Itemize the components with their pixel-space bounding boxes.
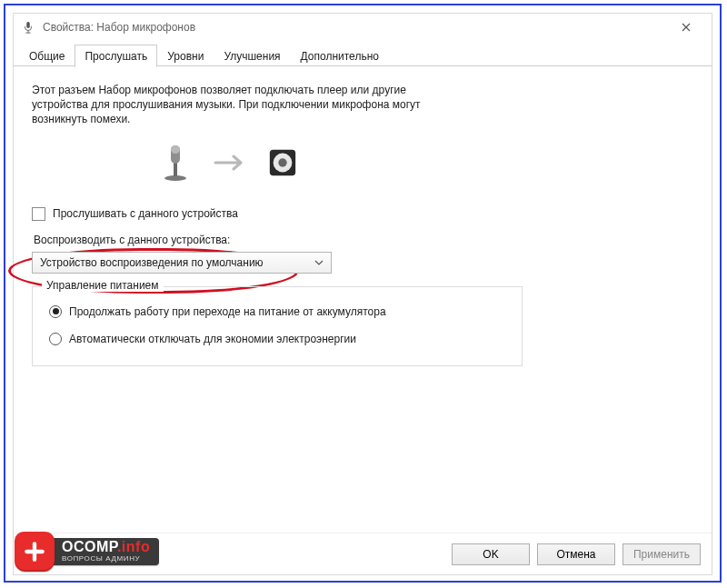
speaker-device-icon <box>266 144 299 182</box>
tab-label: Дополнительно <box>301 50 379 63</box>
close-button[interactable] <box>668 14 704 41</box>
power-radio-disable[interactable] <box>49 333 62 345</box>
watermark-logo: OCOMP.info ВОПРОСЫ АДМИНУ <box>15 532 159 572</box>
logo-name: OCOMP <box>62 539 117 554</box>
svg-point-9 <box>278 158 286 166</box>
tab-advanced[interactable]: Дополнительно <box>291 45 389 66</box>
tab-general[interactable]: Общие <box>19 45 75 66</box>
microphone-titlebar-icon <box>21 20 35 35</box>
tab-label: Общие <box>29 50 65 63</box>
power-management-group: Управление питанием Продолжать работу пр… <box>32 286 523 366</box>
svg-rect-0 <box>26 22 30 28</box>
listen-checkbox-row: Прослушивать с данного устройства <box>32 207 693 221</box>
tab-label: Уровни <box>167 50 204 63</box>
listen-checkbox-label: Прослушивать с данного устройства <box>53 207 238 220</box>
plus-shield-icon <box>15 532 55 572</box>
svg-rect-4 <box>174 162 177 176</box>
properties-dialog: Свойства: Набор микрофонов Общие Прослуш… <box>13 13 712 575</box>
tab-listen[interactable]: Прослушать <box>75 45 157 67</box>
apply-button[interactable]: Применить <box>622 543 701 565</box>
svg-rect-6 <box>171 145 180 154</box>
combobox-value: Устройство воспроизведения по умолчанию <box>40 256 264 269</box>
button-label: Отмена <box>556 548 595 561</box>
playthrough-device-combobox[interactable]: Устройство воспроизведения по умолчанию <box>32 252 332 274</box>
power-option-continue-row: Продолжать работу при переходе на питани… <box>49 305 509 318</box>
tab-enhancements[interactable]: Улучшения <box>214 45 290 66</box>
button-label: Применить <box>633 548 690 561</box>
arrow-right-icon <box>214 154 244 172</box>
power-option-disable-row: Автоматически отключать для экономии эле… <box>49 333 509 345</box>
power-radio-continue[interactable] <box>49 305 62 318</box>
power-radio-label: Продолжать работу при переходе на питани… <box>69 305 386 318</box>
logo-tagline: ВОПРОСЫ АДМИНУ <box>62 555 150 563</box>
group-legend: Управление питанием <box>42 279 164 292</box>
power-radio-label: Автоматически отключать для экономии эле… <box>69 333 356 345</box>
window-title: Свойства: Набор микрофонов <box>43 21 195 34</box>
chevron-down-icon <box>311 260 327 265</box>
watermark-text: OCOMP.info ВОПРОСЫ АДМИНУ <box>51 538 159 565</box>
microphone-device-icon <box>159 144 192 182</box>
tab-content: Этот разъем Набор микрофонов позволяет п… <box>14 66 712 533</box>
tab-label: Прослушать <box>85 50 147 63</box>
tab-strip: Общие Прослушать Уровни Улучшения Дополн… <box>14 41 712 66</box>
description-text: Этот разъем Набор микрофонов позволяет п… <box>32 83 423 127</box>
button-label: OK <box>483 548 498 561</box>
listen-checkbox[interactable] <box>32 207 45 221</box>
cancel-button[interactable]: Отмена <box>537 543 615 565</box>
signal-flow-illustration <box>159 144 693 182</box>
tab-label: Улучшения <box>224 50 280 63</box>
screenshot-frame: Свойства: Набор микрофонов Общие Прослуш… <box>4 4 722 583</box>
logo-suffix: .info <box>117 539 150 554</box>
titlebar: Свойства: Набор микрофонов <box>14 14 712 41</box>
playthrough-label: Воспроизводить с данного устройства: <box>34 234 693 246</box>
ok-button[interactable]: OK <box>452 543 530 565</box>
tab-levels[interactable]: Уровни <box>157 45 214 66</box>
